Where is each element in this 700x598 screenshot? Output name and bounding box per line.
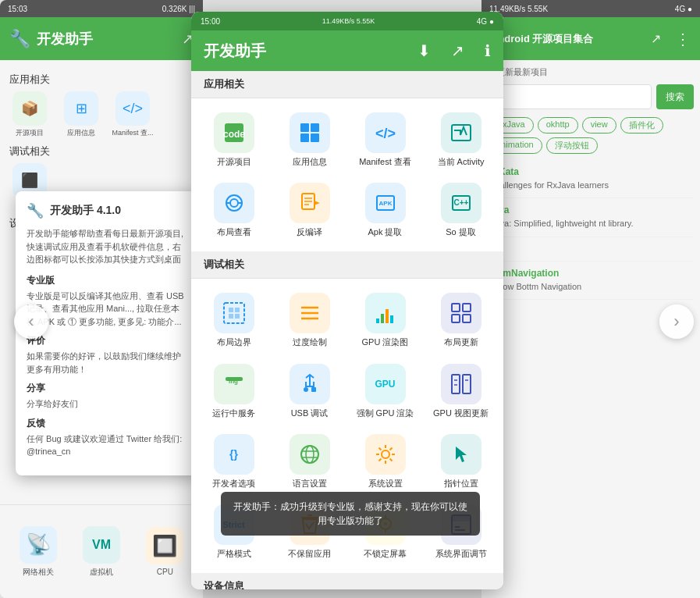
left-bottom-vm-label: 虚拟机 (90, 567, 113, 578)
menu-item-usb[interactable]: USB 调试 (273, 358, 346, 425)
menu-item-so-label: So 提取 (446, 227, 476, 237)
toast-notification: 开发助手：成功升级到专业版，感谢支持，现在你可以使 用专业版功能了 (221, 492, 480, 536)
main-header-share-icon[interactable]: ↗ (451, 41, 464, 60)
menu-item-system-settings[interactable]: 系统设置 (349, 428, 421, 495)
menu-item-layout-update[interactable]: 布局更新 (425, 287, 497, 354)
main-header-info-icon[interactable]: ℹ (485, 41, 491, 60)
right-list-item-4[interactable]: ttomNavigation Meow Bottm Navigation (488, 262, 694, 300)
nav-arrow-left[interactable]: ‹ (14, 304, 48, 339)
right-list-item-3[interactable]: 15 (488, 237, 694, 262)
svg-rect-41 (452, 375, 460, 393)
left-icon-appinfo[interactable]: ⊞ 应用信息 (58, 91, 105, 138)
left-bottom-network[interactable]: 📡 网络相关 (20, 526, 57, 578)
menu-item-pointer[interactable]: 指针位置 (425, 428, 497, 495)
nav-arrow-right[interactable]: › (659, 304, 694, 339)
right-list-item-2[interactable]: ...va Java: Simplified, lightweight nt l… (488, 198, 694, 237)
menu-item-gpu-render[interactable]: GPU 渲染图 (349, 287, 421, 354)
main-header: 开发助手 ⬇ ↗ ℹ (191, 30, 503, 71)
left-icon-appinfo-label: 应用信息 (67, 128, 95, 138)
menu-item-force-gpu-icon: GPU (365, 364, 406, 404)
info-section-share-body: 分享给好友们 (27, 397, 188, 411)
menu-item-running-services[interactable]: ing 运行中服务 (197, 358, 270, 425)
menu-item-decompile-icon (290, 183, 330, 223)
right-search-input[interactable] (488, 84, 652, 109)
menu-item-layout-border-icon (214, 293, 254, 333)
menu-item-language-label: 语言设置 (293, 479, 327, 489)
left-bottom-cpu[interactable]: 🔲 CPU (146, 527, 183, 576)
svg-rect-33 (452, 304, 460, 311)
right-signal: 4G ● (675, 5, 692, 13)
menu-item-apk-label: Apk 提取 (368, 227, 402, 237)
left-icon-manifest-box: </> (115, 91, 150, 126)
menu-item-apk[interactable]: APK Apk 提取 (349, 176, 421, 244)
left-icon-opensource[interactable]: 📦 开源项目 (6, 91, 53, 138)
info-section-share-title: 分享 (27, 382, 188, 395)
left-bottom-cpu-icon: 🔲 (146, 527, 183, 564)
svg-text:C++: C++ (453, 198, 468, 207)
menu-item-pointer-icon (441, 434, 481, 475)
menu-item-force-gpu[interactable]: GPU 强制 GPU 渲染 (349, 358, 421, 425)
svg-rect-25 (235, 314, 240, 319)
right-item-1-desc: challenges for RxJava learners (491, 180, 691, 191)
svg-rect-32 (390, 315, 393, 323)
tag-plugin[interactable]: 插件化 (620, 117, 663, 133)
svg-point-9 (230, 199, 238, 207)
menu-item-system-ui-label: 系统界面调节 (435, 549, 487, 559)
left-icons-row-1: 📦 开源项目 ⊞ 应用信息 </> Manifest 查... (6, 91, 197, 138)
right-share-icon[interactable]: ↗ (651, 31, 661, 46)
menu-item-language[interactable]: 语言设置 (273, 428, 346, 495)
svg-text:code: code (222, 129, 244, 140)
menu-item-language-icon (290, 434, 330, 475)
svg-rect-30 (381, 314, 384, 323)
info-section-feedback-body: 任何 Bug 或建议欢迎通过 Twitter 给我们: @trinea_cn (27, 432, 188, 458)
app-section-grid: code 开源项目 应用信息 </> Manifest 查看 (191, 98, 503, 251)
svg-rect-29 (376, 319, 379, 323)
left-section-debug: 调试相关 (9, 144, 194, 158)
menu-item-overdraw[interactable]: 过度绘制 (273, 287, 346, 354)
menu-item-dev-options[interactable]: {} 开发者选项 (197, 428, 270, 495)
menu-item-apk-icon: APK (365, 183, 406, 223)
right-panel: 11.49KB/s 5.55K 4G ● Android 开源项目集合 ↗ ⋮ … (481, 0, 700, 598)
menu-item-manifest-icon: </> (365, 112, 406, 153)
right-more-icon[interactable]: ⋮ (675, 30, 691, 48)
left-bottom-vm-icon: VM (83, 526, 120, 564)
left-bottom-vm[interactable]: VM 虚拟机 (83, 526, 120, 578)
menu-item-pointer-label: 指针位置 (444, 479, 478, 489)
svg-rect-23 (235, 308, 240, 312)
svg-text:</>: </> (375, 126, 395, 141)
right-search-bar: 搜索 (488, 84, 694, 109)
menu-item-opensource-icon: code (214, 112, 254, 153)
menu-item-layout-update-icon (441, 293, 481, 333)
menu-item-appinfo[interactable]: 应用信息 (273, 106, 346, 173)
left-panel-title: 开发助手 (37, 30, 93, 48)
menu-item-activity[interactable]: 当前 Activity (425, 106, 497, 173)
svg-rect-4 (300, 133, 309, 142)
menu-item-gpu-render-icon (365, 293, 406, 333)
menu-item-dev-options-icon: {} (214, 434, 254, 475)
svg-point-47 (306, 446, 314, 463)
tag-floatbtn[interactable]: 浮动按钮 (546, 137, 598, 154)
right-search-button[interactable]: 搜索 (656, 84, 694, 109)
svg-text:ing: ing (229, 378, 238, 385)
left-bottom: 📡 网络相关 VM 虚拟机 🔲 CPU (0, 504, 203, 598)
info-section-rating-body: 如果需要你的好评，以鼓励我们继续维护更多有用功能！ (27, 350, 188, 376)
menu-item-layoutview[interactable]: 布局查看 (197, 176, 270, 244)
main-header-download-icon[interactable]: ⬇ (418, 41, 431, 60)
tag-view[interactable]: view (582, 117, 616, 133)
section-header-debug: 调试相关 (191, 251, 503, 279)
menu-item-manifest-label: Manifest 查看 (359, 157, 411, 167)
right-item-2-desc: Java: Simplified, lightweight nt library… (491, 218, 691, 230)
tag-okhttp[interactable]: okhttp (538, 117, 578, 133)
menu-item-gpu-view[interactable]: GPU 视图更新 (425, 358, 497, 425)
menu-item-manifest[interactable]: </> Manifest 查看 (349, 106, 421, 173)
menu-item-decompile[interactable]: 反编译 (273, 176, 346, 244)
menu-item-opensource[interactable]: code 开源项目 (197, 106, 270, 173)
svg-rect-31 (386, 309, 389, 323)
menu-item-so[interactable]: C++ So 提取 (425, 176, 497, 244)
right-list-item-1[interactable]: ...Kata challenges for RxJava learners (488, 160, 694, 198)
info-section-share: 分享 分享给好友们 (27, 382, 188, 411)
info-section-rating: 评价 如果需要你的好评，以鼓励我们继续维护更多有用功能！ (27, 334, 188, 376)
menu-item-force-gpu-label: 强制 GPU 渲染 (357, 408, 414, 418)
menu-item-layout-border[interactable]: 布局边界 (197, 287, 270, 354)
left-icon-manifest[interactable]: </> Manifest 查... (109, 91, 156, 138)
